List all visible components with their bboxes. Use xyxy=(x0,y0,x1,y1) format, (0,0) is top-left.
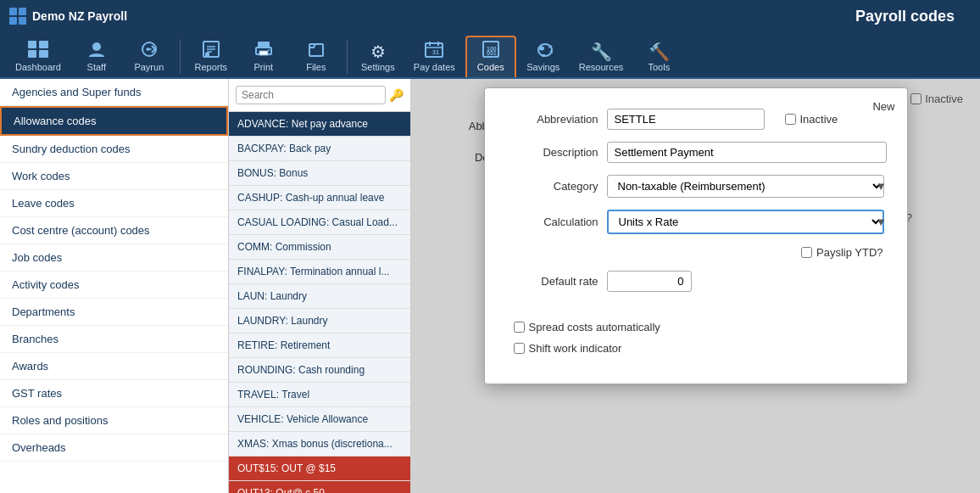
toolbar-item-savings[interactable]: Savings xyxy=(518,37,569,77)
svg-rect-6 xyxy=(28,50,36,58)
list-item-rounding[interactable]: ROUNDING: Cash rounding xyxy=(229,358,410,383)
sidebar-item-roles[interactable]: Roles and positions xyxy=(0,407,228,434)
svg-rect-32 xyxy=(542,54,545,57)
modal-payslip-checkbox[interactable] xyxy=(801,247,812,258)
modal-calculation-row: Calculation Units x Rate Fixed Amount Pe… xyxy=(505,210,887,234)
sidebar-item-allowance[interactable]: Allowance codes xyxy=(0,106,228,136)
tools-icon: 🔨 xyxy=(649,43,670,60)
shift-work-label: Shift work indicator xyxy=(529,342,622,355)
list-item-finalpay[interactable]: FINALPAY: Termination annual l... xyxy=(229,260,410,284)
list-item-vehicle[interactable]: VEHICLE: Vehicle Allowance xyxy=(229,407,410,432)
toolbar-item-files[interactable]: Files xyxy=(291,37,342,77)
list-item-laun[interactable]: LAUN: Laundry xyxy=(229,284,410,309)
sidebar-item-agencies[interactable]: Agencies and Super funds xyxy=(0,79,228,106)
toolbar-item-staff[interactable]: Staff xyxy=(71,37,122,77)
svg-text:001: 001 xyxy=(487,50,497,56)
shift-work-checkbox[interactable] xyxy=(514,343,525,354)
payrun-icon xyxy=(139,41,159,60)
dashboard-label: Dashboard xyxy=(15,62,61,72)
savings-icon xyxy=(533,41,554,60)
svg-point-8 xyxy=(92,42,101,51)
modal-description-field[interactable] xyxy=(607,142,887,163)
sidebar-item-overheads[interactable]: Overheads xyxy=(0,434,228,462)
sidebar-item-gst[interactable]: GST rates xyxy=(0,380,228,407)
sidebar-item-awards[interactable]: Awards xyxy=(0,353,228,380)
svg-rect-19 xyxy=(309,44,323,56)
files-icon xyxy=(306,41,326,60)
dashboard-icon xyxy=(28,41,48,60)
sidebar-item-job[interactable]: Job codes xyxy=(0,244,228,272)
modal-spread-row: Spread costs automatically xyxy=(514,321,887,333)
modal-dialog: New Abbreviation Inactive Description xyxy=(484,87,908,384)
toolbar-item-payrun[interactable]: Payrun xyxy=(124,37,175,77)
resources-icon: 🔧 xyxy=(591,43,612,60)
sidebar-item-work[interactable]: Work codes xyxy=(0,163,228,190)
modal-category-select[interactable]: Non-taxable (Reimbursement) Taxable Non-… xyxy=(607,175,884,198)
toolbar-item-print[interactable]: Print xyxy=(238,37,289,77)
sidebar-item-branches[interactable]: Branches xyxy=(0,326,228,353)
svg-rect-3 xyxy=(19,17,26,25)
list-search-area: 🔑 xyxy=(229,79,410,112)
modal-abbreviation-row: Abbreviation Inactive xyxy=(505,109,887,130)
modal-description-row: Description xyxy=(505,142,887,163)
svg-rect-4 xyxy=(28,41,36,48)
modal-spacer xyxy=(505,304,887,321)
modal-payslip-label: Payslip YTD? xyxy=(816,246,883,259)
sidebar-item-costcentre[interactable]: Cost centre (account) codes xyxy=(0,217,228,244)
settings-label: Settings xyxy=(361,62,395,72)
modal-defaultrate-label: Default rate xyxy=(505,275,599,288)
svg-text:31: 31 xyxy=(432,49,439,55)
toolbar-item-resources[interactable]: 🔧 Resources xyxy=(571,40,632,77)
sidebar-item-sundry[interactable]: Sundry deduction codes xyxy=(0,136,228,163)
print-label: Print xyxy=(254,62,274,72)
search-input[interactable] xyxy=(236,86,386,104)
new-badge: New xyxy=(872,100,894,113)
list-item-bonus[interactable]: BONUS: Bonus xyxy=(229,161,410,186)
svg-rect-0 xyxy=(9,8,17,15)
modal-overlay: New Abbreviation Inactive Description xyxy=(411,79,980,493)
app-logo: Demo NZ Payroll xyxy=(8,7,127,25)
modal-inactive-check: Inactive xyxy=(785,113,838,126)
toolbar-divider-1 xyxy=(180,40,181,74)
spread-costs-label: Spread costs automatically xyxy=(529,321,660,333)
list-item-comm[interactable]: COMM: Commission xyxy=(229,235,410,260)
sidebar-item-departments[interactable]: Departments xyxy=(0,299,228,326)
svg-rect-14 xyxy=(205,53,209,56)
search-icon[interactable]: 🔑 xyxy=(389,88,404,102)
list-item-cashup[interactable]: CASHUP: Cash-up annual leave xyxy=(229,186,410,210)
toolbar-item-reports[interactable]: Reports xyxy=(186,37,237,77)
savings-label: Savings xyxy=(526,62,560,72)
list-item-out15[interactable]: OUT$15: OUT @ $15 xyxy=(229,457,410,481)
toolbar-item-settings[interactable]: ⚙ Settings xyxy=(353,40,404,77)
modal-calculation-select[interactable]: Units x Rate Fixed Amount Percentage xyxy=(607,210,884,234)
spread-costs-checkbox[interactable] xyxy=(514,322,525,333)
svg-rect-2 xyxy=(9,17,17,25)
list-item-laundry[interactable]: LAUNDRY: Laundry xyxy=(229,309,410,333)
list-item-casual[interactable]: CASUAL LOADING: Casual Load... xyxy=(229,210,410,235)
toolbar-item-paydates[interactable]: 31 Pay dates xyxy=(405,37,464,77)
modal-defaultrate-field[interactable] xyxy=(607,271,692,292)
svg-rect-5 xyxy=(39,41,48,48)
main-content: Agencies and Super funds Allowance codes… xyxy=(0,79,980,493)
svg-point-18 xyxy=(268,49,270,51)
top-bar: Demo NZ Payroll Payroll codes xyxy=(0,0,980,32)
list-item-backpay[interactable]: BACKPAY: Back pay xyxy=(229,137,410,161)
modal-description-label: Description xyxy=(505,146,599,159)
toolbar-item-codes[interactable]: 100001 Codes xyxy=(465,36,516,77)
spread-costs-check: Spread costs automatically xyxy=(514,321,887,333)
toolbar-item-tools[interactable]: 🔨 Tools xyxy=(633,40,684,77)
modal-abbreviation-label: Abbreviation xyxy=(505,113,599,126)
list-item-out13[interactable]: OUT13: Out@ c 50... xyxy=(229,481,410,493)
modal-defaultrate-row: Default rate xyxy=(505,271,887,292)
modal-abbreviation-field[interactable] xyxy=(607,109,765,130)
modal-category-label: Category xyxy=(505,180,599,193)
list-item-xmas[interactable]: XMAS: Xmas bonus (discretiona... xyxy=(229,432,410,457)
list-item-advance[interactable]: ADVANCE: Net pay advance xyxy=(229,112,410,137)
sidebar-item-activity[interactable]: Activity codes xyxy=(0,272,228,299)
modal-inactive-checkbox[interactable] xyxy=(785,114,796,125)
sidebar-item-leave[interactable]: Leave codes xyxy=(0,190,228,217)
list-item-travel[interactable]: TRAVEL: Travel xyxy=(229,383,410,407)
toolbar-item-dashboard[interactable]: Dashboard xyxy=(7,37,70,77)
list-item-retire[interactable]: RETIRE: Retirement xyxy=(229,333,410,358)
detail-panel: Inactive Abbreviation Description Catego… xyxy=(411,79,980,493)
